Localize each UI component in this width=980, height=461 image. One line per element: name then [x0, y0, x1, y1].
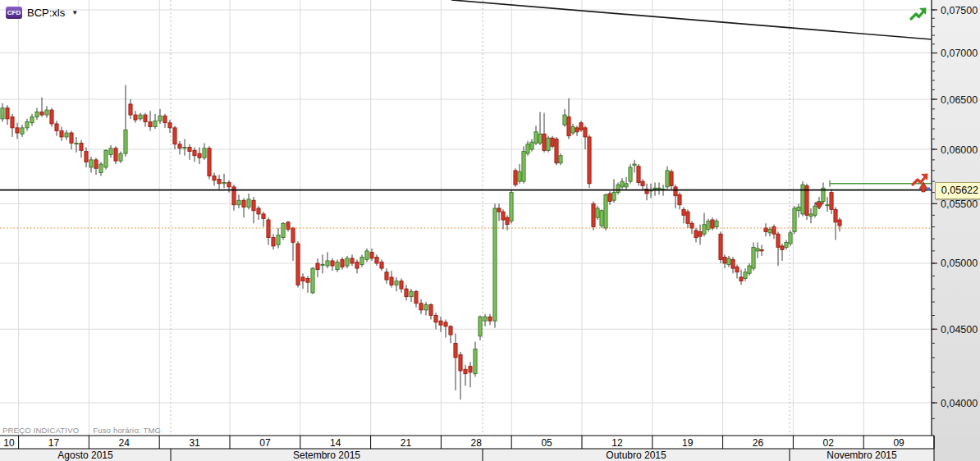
candle-body-down — [735, 267, 739, 272]
candle-body-down — [575, 128, 579, 132]
candle-body-down — [670, 171, 673, 185]
candle-body-down — [178, 144, 181, 148]
candle-body-up — [326, 261, 329, 266]
candle-body-down — [776, 234, 780, 247]
candle-body-down — [355, 262, 359, 268]
candle-body-up — [510, 193, 513, 221]
candle-body-up — [124, 130, 127, 153]
candle-body-up — [571, 127, 575, 133]
candle-body-down — [543, 134, 546, 150]
candle-body-up — [604, 194, 607, 228]
candle-body-down — [85, 152, 88, 162]
candle-body-up — [139, 115, 142, 119]
price-tick-label: 0,06500 — [941, 94, 978, 106]
candle-body-down — [588, 137, 591, 184]
candle-body-up — [625, 184, 628, 187]
week-label: 31 — [189, 437, 200, 449]
candle-body-down — [694, 230, 698, 238]
candle — [493, 203, 497, 327]
candle-body-down — [6, 108, 9, 119]
candle-body-down — [514, 171, 517, 185]
candle-body-down — [584, 128, 587, 137]
candle-body-up — [621, 181, 624, 187]
candle — [793, 206, 796, 234]
candle-body-down — [579, 123, 583, 130]
candle-body-down — [296, 244, 300, 285]
candle-body-up — [534, 132, 538, 144]
candle-body-up — [25, 122, 29, 128]
candle-body-down — [711, 220, 714, 228]
candle-body-up — [65, 133, 68, 137]
candle-body-down — [272, 238, 275, 246]
week-label: 07 — [259, 437, 271, 449]
candle-body-down — [40, 112, 44, 115]
candle-body-down — [208, 148, 211, 176]
candle-body-up — [518, 171, 521, 181]
candle-body-up — [809, 214, 813, 217]
candle-body-up — [703, 225, 706, 235]
candle-body-down — [464, 369, 467, 373]
candlestick-chart-canvas[interactable]: 0,075000,070000,065000,060000,055000,050… — [0, 0, 980, 461]
candle-body-up — [247, 199, 250, 208]
candle-body-up — [1, 108, 4, 119]
candle-body-up — [104, 150, 108, 167]
candle — [789, 230, 792, 246]
price-tick-label: 0,04000 — [941, 398, 978, 409]
candle-body-up — [801, 185, 804, 214]
candle-body-up — [360, 257, 364, 264]
candle-body-down — [698, 231, 702, 236]
price-tick-label: 0,04500 — [941, 324, 978, 335]
instrument-selector[interactable]: CFD BCP:xls ▼ — [6, 7, 78, 19]
candle-body-up — [45, 110, 48, 115]
candle-body-up — [547, 138, 550, 150]
candle-body-down — [674, 187, 677, 196]
price-axis[interactable] — [932, 0, 980, 436]
candle-body-up — [395, 281, 398, 285]
price-tick-label: 0,05500 — [941, 199, 978, 210]
candle-body-down — [469, 367, 472, 372]
candle-body-down — [331, 261, 334, 266]
candle-body-down — [257, 208, 260, 214]
candle-body-down — [637, 167, 640, 183]
candle-body-up — [727, 258, 730, 265]
date-row — [0, 436, 934, 449]
candle-body-down — [608, 194, 611, 202]
candle-body-down — [144, 115, 147, 121]
candle-body-down — [262, 214, 265, 219]
candle-body-up — [282, 223, 285, 237]
candle-body-up — [744, 272, 747, 279]
chevron-down-icon[interactable]: ▼ — [71, 9, 78, 16]
candle-body-down — [459, 354, 462, 371]
candle-body-down — [375, 257, 378, 263]
candle-body-up — [21, 128, 24, 134]
candle-body-up — [365, 251, 369, 260]
candle — [104, 149, 108, 170]
candle-body-up — [522, 152, 525, 182]
week-label: 28 — [471, 437, 483, 449]
candle-body-up — [153, 121, 157, 126]
indicative-price-note: PREÇO INDICATIVO — [2, 426, 79, 435]
candle-body-up — [311, 268, 314, 293]
candle-body-up — [158, 116, 162, 121]
chart-disclaimer: PREÇO INDICATIVO Fuso horário: TMG — [2, 426, 161, 435]
price-tick-label: 0,07500 — [941, 5, 978, 16]
candle-body-down — [449, 326, 452, 335]
candle-body-up — [321, 265, 324, 266]
candle-body-up — [596, 208, 599, 217]
candle-body-down — [592, 203, 595, 226]
candle-body-up — [748, 266, 751, 273]
candle — [282, 222, 285, 240]
candle-body-up — [785, 243, 788, 248]
candle — [604, 194, 607, 230]
candle-body-up — [119, 153, 122, 161]
candle-body-down — [434, 316, 437, 322]
candle — [805, 184, 808, 220]
candle-body-up — [75, 143, 78, 144]
candle-body-up — [629, 167, 632, 181]
candle-body-up — [789, 233, 792, 244]
candle-body-down — [678, 194, 681, 204]
candle — [522, 146, 525, 184]
candle-body-down — [227, 182, 231, 186]
candle-body-down — [555, 139, 558, 162]
candle-body-up — [99, 164, 103, 172]
